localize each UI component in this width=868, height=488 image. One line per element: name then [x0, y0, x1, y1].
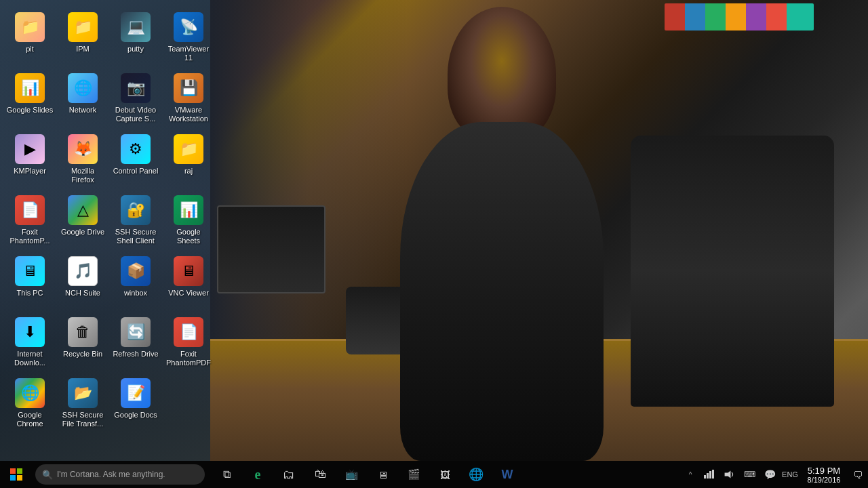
- search-placeholder-text: I'm Cortana. Ask me anything.: [57, 470, 165, 479]
- remote-button[interactable]: 🖥: [368, 461, 397, 488]
- desktop-icon-vnc-viewer[interactable]: 🖥VNC Viewer: [162, 251, 215, 312]
- desktop-icon-nch-suite[interactable]: 🎵NCH Suite: [56, 251, 109, 312]
- desktop-icon-ssh-secure-shell[interactable]: 🔐SSH Secure Shell Client: [109, 190, 162, 251]
- desktop-icon-google-drive[interactable]: △Google Drive: [56, 190, 109, 251]
- desktop-icon-teamviewer[interactable]: 📡TeamViewer 11: [162, 7, 215, 68]
- message-icon[interactable]: 💬: [760, 461, 780, 488]
- desktop-icon-winbox[interactable]: 📦winbox: [109, 251, 162, 312]
- icon-image-teamviewer: 📡: [174, 12, 203, 42]
- icon-label-vnc-viewer: VNC Viewer: [168, 289, 209, 298]
- icon-image-vnc-viewer: 🖥: [174, 256, 203, 286]
- desktop-icon-foxit-pdf[interactable]: 📄Foxit PhantomPDF: [162, 312, 215, 373]
- icon-label-ssh-secure-shell: SSH Secure Shell Client: [112, 228, 159, 245]
- icon-label-ssh-secure-file: SSH Secure File Transf...: [59, 411, 106, 428]
- desktop-icon-internet-download[interactable]: ⬇Internet Downlo...: [3, 312, 56, 373]
- task-view-button[interactable]: ⧉: [212, 461, 241, 488]
- chrome-taskbar-button[interactable]: 🌐: [461, 461, 491, 488]
- icon-image-ssh-secure-file: 📂: [68, 378, 98, 408]
- lang-indicator[interactable]: ENG: [780, 461, 800, 488]
- desktop-icon-refresh-drive[interactable]: 🔄Refresh Drive: [109, 312, 162, 373]
- clock[interactable]: 5:19 PM 8/19/2016: [800, 461, 848, 488]
- icon-image-winbox: 📦: [121, 256, 151, 286]
- icon-image-putty: 💻: [121, 12, 151, 42]
- icon-image-internet-download: ⬇: [15, 317, 45, 347]
- icon-label-kmplayer: KMPlayer: [14, 167, 46, 176]
- desktop-icon-ipm[interactable]: 📁IPM: [56, 7, 109, 68]
- clock-date: 8/19/2016: [808, 476, 841, 484]
- icon-label-google-sheets: Google Sheets: [165, 228, 212, 245]
- cortana-search[interactable]: 🔍 I'm Cortana. Ask me anything.: [35, 464, 205, 485]
- icon-image-google-docs: 📝: [121, 378, 151, 408]
- icon-image-this-pc: 🖥: [15, 256, 45, 286]
- icon-label-refresh-drive: Refresh Drive: [113, 350, 158, 359]
- icon-label-raj: raj: [184, 167, 193, 176]
- volume-icon[interactable]: [719, 461, 739, 488]
- icon-image-network: 🌐: [68, 73, 98, 103]
- icon-label-vmware: VMware Workstation: [165, 106, 212, 123]
- icon-image-debut-video: 📷: [121, 73, 151, 103]
- taskbar: 🔍 I'm Cortana. Ask me anything. ⧉ e 🗂 🛍 …: [0, 461, 868, 488]
- icon-image-google-slides: 📊: [15, 73, 45, 103]
- svg-rect-2: [709, 471, 711, 479]
- desktop-icon-foxit-phantom[interactable]: 📄Foxit PhantomP...: [3, 190, 56, 251]
- svg-rect-1: [707, 473, 709, 479]
- icon-label-foxit-pdf: Foxit PhantomPDF: [165, 350, 212, 367]
- windows-logo-yellow: [17, 475, 22, 481]
- icon-image-recycle-bin: 🗑: [68, 317, 98, 347]
- icon-label-nch-suite: NCH Suite: [65, 289, 100, 298]
- desktop-icon-vmware[interactable]: 💾VMware Workstation: [162, 68, 215, 129]
- icon-label-teamviewer: TeamViewer 11: [165, 45, 212, 62]
- books: [665, 3, 814, 30]
- icon-label-mozilla-firefox: Mozilla Firefox: [59, 167, 106, 184]
- desktop-icon-google-chrome[interactable]: 🌐Google Chrome: [3, 373, 56, 434]
- desktop-icons-container: 📁pit📊Google Slides▶KMPlayer📄Foxit Phanto…: [0, 3, 214, 464]
- desktop-icon-network[interactable]: 🌐Network: [56, 68, 109, 129]
- icon-image-nch-suite: 🎵: [68, 256, 98, 286]
- desktop-icon-this-pc[interactable]: 🖥This PC: [3, 251, 56, 312]
- desktop-icon-google-docs[interactable]: 📝Google Docs: [109, 373, 162, 434]
- icon-label-control-panel: Control Panel: [113, 167, 159, 176]
- desktop-icon-control-panel[interactable]: ⚙Control Panel: [109, 129, 162, 190]
- icon-label-pit: pit: [26, 45, 34, 54]
- svg-marker-4: [725, 470, 731, 478]
- video-button[interactable]: 🎬: [399, 461, 429, 488]
- start-button[interactable]: [0, 461, 33, 488]
- icon-image-foxit-pdf: 📄: [174, 317, 203, 347]
- wallpaper-photo: [210, 0, 868, 461]
- gallery-button[interactable]: 🖼: [430, 461, 460, 488]
- icon-image-google-chrome: 🌐: [15, 378, 45, 408]
- desktop-icon-google-slides[interactable]: 📊Google Slides: [3, 68, 56, 129]
- desktop-icon-pit[interactable]: 📁pit: [3, 7, 56, 68]
- windows-logo-red: [10, 468, 16, 474]
- icon-image-mozilla-firefox: 🦊: [68, 134, 98, 164]
- monitor: [217, 205, 326, 293]
- notification-button[interactable]: 🗨: [848, 461, 868, 488]
- chair: [631, 136, 834, 407]
- store-button[interactable]: 🛍: [305, 461, 335, 488]
- desktop-icon-putty[interactable]: 💻putty: [109, 7, 162, 68]
- keyboard-icon[interactable]: ⌨: [739, 461, 760, 488]
- svg-rect-0: [704, 475, 706, 479]
- icon-label-debut-video: Debut Video Capture S...: [112, 106, 159, 123]
- expand-tray-button[interactable]: ^: [682, 461, 698, 488]
- file-explorer-button[interactable]: 🗂: [274, 461, 304, 488]
- icon-label-this-pc: This PC: [16, 289, 43, 298]
- desktop-icon-kmplayer[interactable]: ▶KMPlayer: [3, 129, 56, 190]
- edge-button[interactable]: e: [243, 461, 273, 488]
- connect-button[interactable]: 📺: [336, 461, 366, 488]
- desktop-icon-google-sheets[interactable]: 📊Google Sheets: [162, 190, 215, 251]
- word-taskbar-button[interactable]: W: [492, 461, 522, 488]
- icon-image-google-drive: △: [68, 195, 98, 225]
- network-tray-icon[interactable]: [698, 461, 719, 488]
- desktop-icon-raj[interactable]: 📁raj: [162, 129, 215, 190]
- desktop-icon-ssh-secure-file[interactable]: 📂SSH Secure File Transf...: [56, 373, 109, 434]
- icon-image-pit: 📁: [15, 12, 45, 42]
- icon-label-google-chrome: Google Chrome: [6, 411, 54, 428]
- svg-rect-3: [712, 470, 714, 479]
- desktop-icon-mozilla-firefox[interactable]: 🦊Mozilla Firefox: [56, 129, 109, 190]
- icon-image-refresh-drive: 🔄: [121, 317, 151, 347]
- desktop-icon-debut-video[interactable]: 📷Debut Video Capture S...: [109, 68, 162, 129]
- icon-image-vmware: 💾: [174, 73, 203, 103]
- icon-label-google-drive: Google Drive: [61, 228, 104, 237]
- desktop-icon-recycle-bin[interactable]: 🗑Recycle Bin: [56, 312, 109, 373]
